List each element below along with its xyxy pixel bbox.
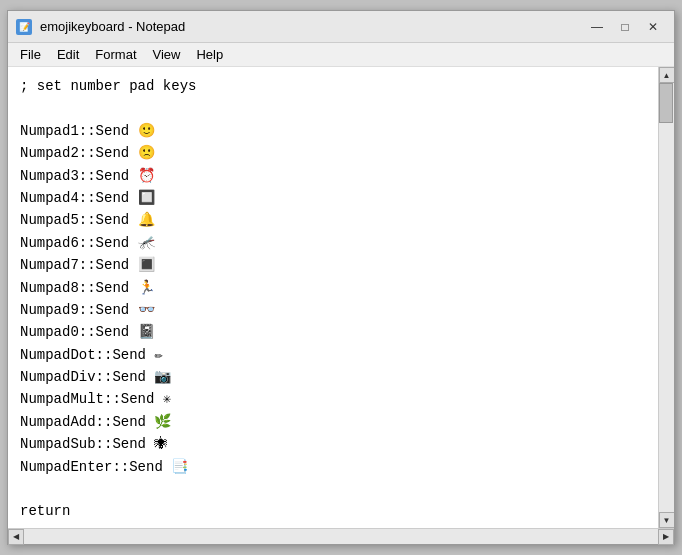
editor-area: ; set number pad keys Numpad1::Send 🙂 Nu… <box>8 67 674 528</box>
scroll-track[interactable] <box>659 83 674 512</box>
menu-bar: File Edit Format View Help <box>8 43 674 67</box>
scroll-left-button[interactable]: ◀ <box>8 529 24 545</box>
scroll-right-button[interactable]: ▶ <box>658 529 674 545</box>
menu-view[interactable]: View <box>145 45 189 64</box>
scroll-up-button[interactable]: ▲ <box>659 67 675 83</box>
maximize-button[interactable]: □ <box>612 16 638 38</box>
text-editor[interactable]: ; set number pad keys Numpad1::Send 🙂 Nu… <box>8 67 658 528</box>
notepad-window: 📝 emojikeyboard - Notepad — □ ✕ File Edi… <box>7 10 675 545</box>
close-button[interactable]: ✕ <box>640 16 666 38</box>
menu-edit[interactable]: Edit <box>49 45 87 64</box>
horizontal-scrollbar: ◀ ▶ <box>8 528 674 544</box>
window-title: emojikeyboard - Notepad <box>40 19 584 34</box>
app-icon: 📝 <box>16 19 32 35</box>
scroll-thumb[interactable] <box>659 83 673 123</box>
horizontal-scroll-track[interactable] <box>24 529 658 544</box>
menu-help[interactable]: Help <box>188 45 231 64</box>
menu-file[interactable]: File <box>12 45 49 64</box>
title-bar: 📝 emojikeyboard - Notepad — □ ✕ <box>8 11 674 43</box>
vertical-scrollbar: ▲ ▼ <box>658 67 674 528</box>
window-controls: — □ ✕ <box>584 16 666 38</box>
menu-format[interactable]: Format <box>87 45 144 64</box>
minimize-button[interactable]: — <box>584 16 610 38</box>
scroll-down-button[interactable]: ▼ <box>659 512 675 528</box>
